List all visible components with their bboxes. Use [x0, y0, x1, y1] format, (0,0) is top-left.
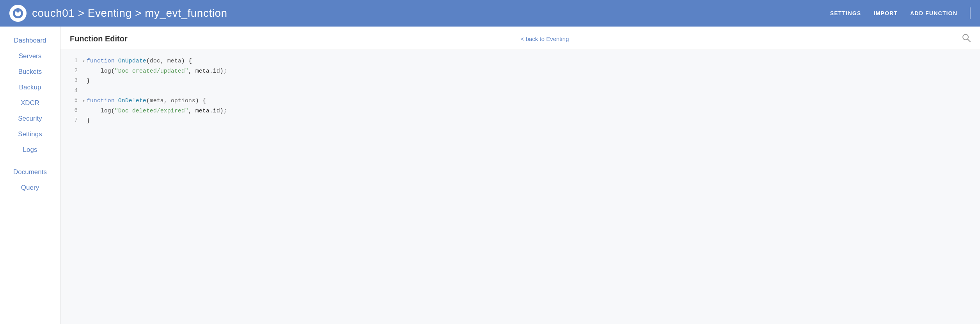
code-line-6: 6 ▾ log("Doc deleted/expired", meta.id);: [60, 106, 980, 116]
sidebar-item-documents[interactable]: Documents: [0, 164, 60, 180]
sidebar-item-xdcr[interactable]: XDCR: [0, 95, 60, 111]
search-icon[interactable]: [962, 34, 971, 44]
logo: [9, 5, 27, 22]
sidebar-item-query[interactable]: Query: [0, 180, 60, 196]
code-line-7: 7 ▾ }: [60, 116, 980, 126]
header-title: couch01 > Eventing > my_evt_function: [32, 7, 227, 20]
nav-import[interactable]: IMPORT: [873, 10, 898, 16]
sidebar-item-servers[interactable]: Servers: [0, 48, 60, 64]
sidebar-item-backup[interactable]: Backup: [0, 80, 60, 95]
header-actions: < back to Eventing: [520, 36, 569, 42]
app-header: couch01 > Eventing > my_evt_function SET…: [0, 0, 980, 27]
svg-line-5: [968, 39, 970, 42]
sidebar-item-dashboard[interactable]: Dashboard: [0, 33, 60, 48]
sidebar-divider: [0, 161, 60, 161]
header-left: couch01 > Eventing > my_evt_function: [9, 5, 227, 22]
function-editor-title: Function Editor: [70, 34, 128, 43]
sidebar: Dashboard Servers Buckets Backup XDCR Se…: [0, 27, 60, 324]
sidebar-item-logs[interactable]: Logs: [0, 142, 60, 158]
sidebar-item-security[interactable]: Security: [0, 111, 60, 126]
code-editor[interactable]: 1 ▾ function OnUpdate(doc, meta) { 2 ▾ l…: [60, 50, 980, 324]
nav-settings[interactable]: SETTINGS: [830, 10, 861, 16]
code-line-5: 5 ▾ function OnDelete(meta, options) {: [60, 96, 980, 106]
code-line-4: 4 ▾: [60, 86, 980, 96]
main-layout: Dashboard Servers Buckets Backup XDCR Se…: [0, 27, 980, 324]
header-nav: SETTINGS IMPORT ADD FUNCTION: [830, 7, 971, 19]
nav-add-function[interactable]: ADD FUNCTION: [910, 10, 957, 16]
sidebar-item-settings[interactable]: Settings: [0, 126, 60, 142]
content-header: Function Editor < back to Eventing: [60, 27, 980, 50]
svg-point-3: [16, 9, 20, 12]
code-line-2: 2 ▾ log("Doc created/updated", meta.id);: [60, 66, 980, 77]
sidebar-item-buckets[interactable]: Buckets: [0, 64, 60, 80]
code-line-3: 3 ▾ }: [60, 76, 980, 86]
main-content: Function Editor < back to Eventing 1 ▾ f…: [60, 27, 980, 324]
code-line-1: 1 ▾ function OnUpdate(doc, meta) {: [60, 56, 980, 66]
header-divider: [970, 7, 971, 19]
back-to-eventing-link[interactable]: < back to Eventing: [520, 36, 569, 42]
